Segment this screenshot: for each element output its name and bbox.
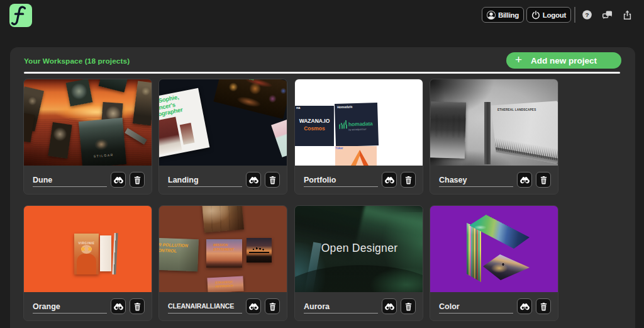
svg-text:?: ? [585,11,589,18]
